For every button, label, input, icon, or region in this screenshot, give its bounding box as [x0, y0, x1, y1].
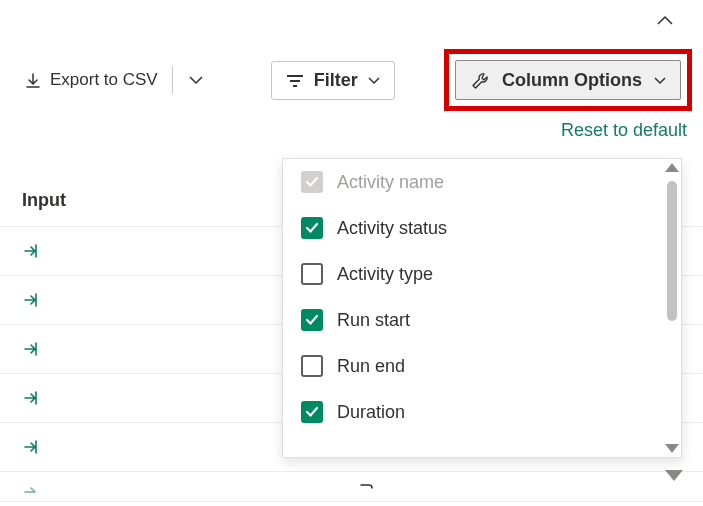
chevron-down-icon	[654, 70, 666, 91]
wrench-icon	[470, 69, 490, 90]
column-option-label: Activity name	[337, 172, 444, 193]
column-options-highlight: Column Options	[444, 49, 692, 110]
download-icon	[24, 70, 42, 90]
checkbox-disabled-icon	[301, 171, 323, 193]
divider	[172, 66, 173, 94]
scroll-thumb[interactable]	[667, 181, 677, 321]
column-option-run-start[interactable]: Run start	[283, 297, 681, 343]
column-option-activity-name: Activity name	[283, 159, 681, 205]
export-csv-label: Export to CSV	[50, 70, 158, 90]
scroll-up-arrow-icon[interactable]	[665, 163, 679, 172]
column-option-label: Run start	[337, 310, 410, 331]
filter-button[interactable]: Filter	[271, 61, 395, 100]
filter-label: Filter	[314, 70, 358, 91]
toolbar: Export to CSV Filter Column Options	[18, 55, 688, 105]
page-scroll-down-arrow-icon[interactable]	[665, 470, 683, 481]
column-options-dropdown: Activity name Activity status Activity t…	[282, 158, 682, 458]
table-row[interactable]	[0, 472, 703, 502]
column-option-run-end[interactable]: Run end	[283, 343, 681, 389]
dropdown-scrollbar	[665, 163, 679, 453]
collapse-chevron-up-icon[interactable]	[657, 10, 673, 27]
export-csv-button[interactable]: Export to CSV	[18, 64, 164, 96]
column-options-button[interactable]: Column Options	[455, 60, 681, 99]
column-option-duration[interactable]: Duration	[283, 389, 681, 435]
input-icon	[22, 478, 42, 495]
checkbox-unchecked-icon[interactable]	[301, 263, 323, 285]
column-option-label: Activity type	[337, 264, 433, 285]
checkbox-checked-icon[interactable]	[301, 309, 323, 331]
output-icon	[355, 479, 375, 497]
column-option-label: Activity status	[337, 218, 447, 239]
column-option-label: Duration	[337, 402, 405, 423]
checkbox-unchecked-icon[interactable]	[301, 355, 323, 377]
filter-icon	[286, 70, 304, 91]
input-icon	[22, 437, 42, 454]
column-options-label: Column Options	[502, 70, 642, 91]
scroll-down-arrow-icon[interactable]	[665, 444, 679, 453]
checkbox-checked-icon[interactable]	[301, 217, 323, 239]
column-option-activity-status[interactable]: Activity status	[283, 205, 681, 251]
export-dropdown-chevron[interactable]	[181, 65, 211, 95]
input-icon	[22, 290, 42, 307]
input-icon	[22, 241, 42, 258]
checkbox-checked-icon[interactable]	[301, 401, 323, 423]
input-icon	[22, 339, 42, 356]
chevron-down-icon	[368, 70, 380, 91]
column-option-activity-type[interactable]: Activity type	[283, 251, 681, 297]
column-option-label: Run end	[337, 356, 405, 377]
input-icon	[22, 388, 42, 405]
reset-to-default-link[interactable]: Reset to default	[561, 120, 687, 141]
